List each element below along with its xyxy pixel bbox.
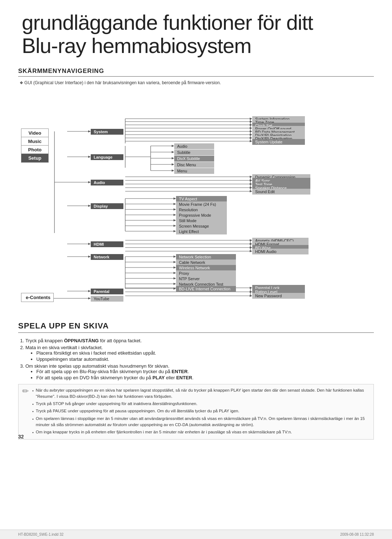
svg-marker-48 <box>250 137 252 139</box>
menu-progressive: Progressive Mode <box>176 212 227 218</box>
note-lines: När du avbryter uppspelningen av en skiv… <box>32 387 370 437</box>
menu-ntp-server: NTP Server <box>176 276 236 282</box>
svg-marker-13 <box>88 256 91 258</box>
svg-marker-49 <box>250 140 252 142</box>
note-box: ✏ När du avbryter uppspelningen av en sk… <box>18 384 374 440</box>
menu-menu: Menu <box>174 168 214 174</box>
svg-marker-59 <box>250 187 252 189</box>
svg-marker-45 <box>250 127 252 129</box>
svg-marker-58 <box>250 183 252 185</box>
svg-marker-17 <box>88 297 91 299</box>
svg-marker-71 <box>173 208 176 211</box>
footer-file: HT-BD8200_SWE-1.indd 32 <box>18 532 64 536</box>
menu-cable-net: Cable Network <box>176 260 236 265</box>
svg-marker-75 <box>173 230 176 232</box>
svg-marker-96 <box>173 272 176 274</box>
menu-audio: Audio <box>91 180 123 185</box>
step-3: Om skivan inte spelas upp automatiskt vi… <box>25 363 374 380</box>
menu-disc-menu: Disc Menu <box>174 162 214 168</box>
svg-marker-42 <box>250 118 252 120</box>
menu-hdmi: HDMI <box>91 241 123 247</box>
menu-display: Display <box>91 203 123 209</box>
svg-marker-82 <box>250 243 252 245</box>
section2-heading: SPELA UPP EN SKIVA <box>18 321 374 333</box>
menu-network: Network <box>91 254 123 260</box>
menu-diagram: Video Music Photo Setup e-Contents Syste… <box>18 90 374 315</box>
gui-note: GUI (Graphical User Interface) i den här… <box>20 80 374 85</box>
section1-heading: SKÄRMMENYNAVIGERING <box>18 68 374 77</box>
svg-marker-47 <box>250 134 252 136</box>
svg-marker-99 <box>173 287 176 290</box>
svg-marker-105 <box>250 291 252 293</box>
svg-marker-106 <box>250 295 252 297</box>
nav-music[interactable]: Music <box>21 137 49 146</box>
menu-sound-edit: Sound Edit <box>252 189 310 195</box>
menu-still-mode: Still Mode <box>176 218 227 224</box>
nav-setup[interactable]: Setup <box>21 154 49 163</box>
svg-marker-95 <box>173 266 176 269</box>
svg-marker-44 <box>250 124 252 126</box>
note-5: Om inga knappar trycks in på enheten ell… <box>32 429 370 435</box>
svg-marker-70 <box>173 203 176 205</box>
step-2b: Uppspelningen startar automatiskt. <box>36 356 374 362</box>
page-title: grundläggande funktioner för ditt Blu-ra… <box>22 11 374 57</box>
svg-marker-56 <box>250 176 252 178</box>
step-2: Mata in en skiva vertikalt i skivfacket.… <box>25 345 374 362</box>
svg-marker-84 <box>250 250 252 252</box>
menu-youtube: YouTube <box>91 296 123 302</box>
svg-marker-69 <box>173 197 176 200</box>
menu-light-effect: Light Effect <box>176 229 227 234</box>
note-2: Tryck på STOP två gånger under uppspelni… <box>32 401 370 407</box>
svg-marker-83 <box>250 246 252 249</box>
menu-divx-subtitle: DivX Subtitle <box>174 156 214 162</box>
svg-marker-5 <box>88 156 91 158</box>
svg-marker-98 <box>173 283 176 285</box>
menu-parental: Parental <box>91 289 123 294</box>
note-icon: ✏ <box>22 387 29 396</box>
menu-wireless: Wireless Network <box>176 265 236 271</box>
svg-marker-3 <box>88 130 91 132</box>
svg-marker-94 <box>173 261 176 263</box>
svg-marker-46 <box>250 130 252 132</box>
svg-marker-60 <box>250 190 252 192</box>
svg-marker-7 <box>88 181 91 183</box>
svg-marker-73 <box>173 219 176 221</box>
instructions-block: Tryck på knappen ÖPPNA/STÄNG för att öpp… <box>18 338 374 380</box>
footer-date: 2009-08-08 11:32:28 <box>340 532 374 536</box>
menu-hdmi-audio: HDMI Audio <box>252 249 309 254</box>
svg-marker-93 <box>173 256 176 258</box>
menu-movie-frame: Movie Frame (24 Fs) <box>176 201 227 207</box>
menu-bdlive: BD-LIVE Internet Connection <box>176 286 236 292</box>
svg-marker-74 <box>173 225 176 227</box>
menu-net-sel: Network Selection <box>176 254 236 260</box>
step-3a: För att spela upp en Blu-Ray-skiva från … <box>36 369 374 374</box>
note-3: Tryck på PAUSE under uppspelning för att… <box>32 408 370 414</box>
step-2a: Placera försiktigt en skiva i facket med… <box>36 350 374 356</box>
svg-marker-27 <box>172 163 174 166</box>
page-number: 32 <box>18 434 24 440</box>
svg-marker-72 <box>173 214 176 216</box>
svg-marker-11 <box>88 243 91 245</box>
note-4: Om spelaren lämnas i stoppläge mer än 5 … <box>32 416 370 428</box>
nav-video[interactable]: Video <box>21 128 49 138</box>
svg-marker-21 <box>172 145 174 147</box>
svg-marker-29 <box>172 170 174 172</box>
svg-marker-15 <box>88 290 91 292</box>
svg-marker-9 <box>88 205 91 207</box>
svg-marker-43 <box>250 121 252 123</box>
menu-language: Language <box>91 154 123 160</box>
svg-marker-104 <box>250 287 252 289</box>
menu-new-password: New Password <box>252 293 305 299</box>
svg-marker-25 <box>172 157 174 159</box>
svg-marker-97 <box>173 277 176 279</box>
nav-econtents[interactable]: e-Contents <box>21 293 54 302</box>
menu-audio-sub: Audio <box>174 143 214 149</box>
menu-tv-aspect: TV Aspect <box>176 196 227 202</box>
nav-photo[interactable]: Photo <box>21 145 49 154</box>
note-1: När du avbryter uppspelningen av en skiv… <box>32 387 370 400</box>
svg-marker-57 <box>250 179 252 181</box>
menu-subtitle: Subtitle <box>174 150 214 155</box>
menu-system: System <box>91 129 123 135</box>
menu-resolution: Resolution <box>176 207 227 213</box>
menu-proxy: Proxy <box>176 270 236 276</box>
